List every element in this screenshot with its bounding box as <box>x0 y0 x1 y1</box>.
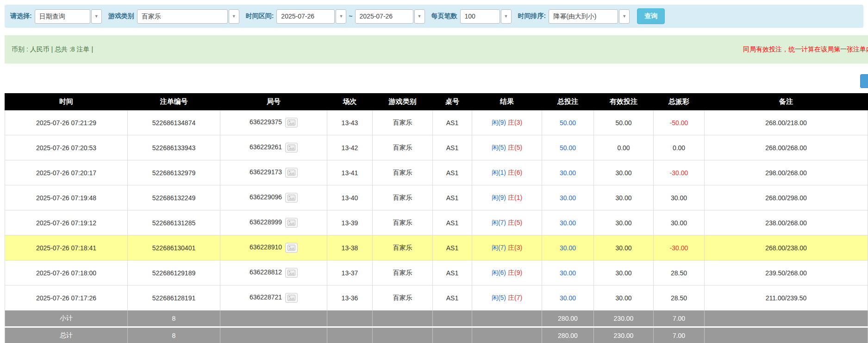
round-replay-icon[interactable] <box>285 268 298 278</box>
session-no: 13-36 <box>327 286 373 311</box>
empty-cell <box>705 327 868 343</box>
bet-table-body: 2025-07-26 07:21:29522686134874636229375… <box>5 110 868 311</box>
result-cell: 闲(1)庄(6) <box>472 160 542 185</box>
payout: 0.00 <box>654 135 705 160</box>
total-bet[interactable]: 30.00 <box>542 185 594 210</box>
bet-id: 522686132249 <box>128 185 220 210</box>
select-label: 请选择: <box>10 12 32 20</box>
bet-time: 2025-07-26 07:18:41 <box>5 235 128 260</box>
valid-bet: 0.00 <box>594 135 654 160</box>
result-cell: 闲(9)庄(3) <box>472 110 542 135</box>
date-from-value[interactable]: 2025-07-26 <box>276 9 335 24</box>
bet-id: 522686132979 <box>128 160 220 185</box>
round-replay-icon[interactable] <box>285 143 298 152</box>
page-size-select[interactable]: 100 ▼ <box>460 9 512 24</box>
chevron-down-icon[interactable]: ▼ <box>91 9 102 24</box>
total-bet[interactable]: 30.00 <box>542 235 594 260</box>
subtotal-valid-bet: 230.00 <box>594 311 654 327</box>
round-replay-icon[interactable] <box>285 118 298 127</box>
empty-cell <box>433 327 472 343</box>
cards-icon <box>287 145 295 151</box>
date-from-picker[interactable]: 2025-07-26 ▼ <box>276 9 346 24</box>
cards-icon <box>287 220 295 226</box>
round-replay-icon[interactable] <box>285 293 298 303</box>
result-cell: 闲(5)庄(7) <box>472 286 542 311</box>
total-bet[interactable]: 30.00 <box>542 260 594 286</box>
chevron-down-icon[interactable]: ▼ <box>336 9 346 24</box>
round-cell: 636229096 <box>220 185 327 210</box>
result-cell: 闲(7)庄(3) <box>472 235 542 260</box>
chevron-down-icon[interactable]: ▼ <box>501 9 512 24</box>
result-banker: 庄(6) <box>508 169 522 176</box>
total-bet[interactable]: 30.00 <box>542 160 594 185</box>
bet-time: 2025-07-26 07:20:17 <box>5 160 128 185</box>
round-id: 636229096 <box>250 193 282 201</box>
cards-icon <box>287 120 295 126</box>
game-type-select[interactable]: 百家乐 ▼ <box>137 9 239 24</box>
search-button[interactable]: 查询 <box>637 8 665 24</box>
total-bet[interactable]: 30.00 <box>542 210 594 235</box>
valid-bet: 30.00 <box>594 185 654 210</box>
empty-cell <box>220 327 327 343</box>
subtotal-row: 小计 8 280.00 230.00 7.00 <box>5 311 868 327</box>
time-range-label: 时间区间: <box>246 12 274 20</box>
col-header-table-no: 桌号 <box>433 94 472 110</box>
valid-bet: 30.00 <box>594 210 654 235</box>
chevron-down-icon[interactable]: ▼ <box>414 9 425 24</box>
total-bet[interactable]: 50.00 <box>542 110 594 135</box>
round-replay-icon[interactable] <box>285 168 298 178</box>
table-row: 2025-07-26 07:18:00522686129189636228812… <box>5 260 868 286</box>
game-type-value[interactable]: 百家乐 <box>137 9 228 24</box>
empty-cell <box>327 327 373 343</box>
round-cell: 636229375 <box>220 110 327 135</box>
note: 239.50/268.00 <box>705 260 868 286</box>
round-replay-icon[interactable] <box>285 218 298 228</box>
col-header-total-bet: 总投注 <box>542 94 594 110</box>
grand-total-payout: 7.00 <box>654 327 705 343</box>
bet-id: 522686128191 <box>128 286 220 311</box>
total-bet[interactable]: 50.00 <box>542 135 594 160</box>
date-to-picker[interactable]: 2025-07-26 ▼ <box>355 9 425 24</box>
cards-icon <box>287 295 295 301</box>
bet-id: 522686134874 <box>128 110 220 135</box>
round-cell: 636229261 <box>220 135 327 160</box>
page-size-value[interactable]: 100 <box>460 9 500 24</box>
result-player: 闲(9) <box>492 119 506 126</box>
table-row: 2025-07-26 07:19:48522686132249636229096… <box>5 185 868 210</box>
session-no: 13-38 <box>327 235 373 260</box>
date-to-value[interactable]: 2025-07-26 <box>355 9 413 24</box>
game-type: 百家乐 <box>373 286 433 311</box>
col-header-game-type: 游戏类别 <box>373 94 433 110</box>
table-footer: 小计 8 280.00 230.00 7.00 总计 8 28 <box>5 311 868 343</box>
col-header-valid-bet: 有效投注 <box>594 94 654 110</box>
empty-cell <box>472 311 542 327</box>
col-header-payout: 总派彩 <box>654 94 705 110</box>
time-sort-select[interactable]: 降幂(由大到小) ▼ <box>549 9 630 24</box>
grand-total-count: 8 <box>128 327 220 343</box>
chevron-down-icon[interactable]: ▼ <box>229 9 239 24</box>
result-banker: 庄(9) <box>508 269 522 276</box>
chevron-down-icon[interactable]: ▼ <box>619 9 630 24</box>
valid-bet: 50.00 <box>594 110 654 135</box>
round-replay-icon[interactable] <box>285 193 298 203</box>
round-id: 636229261 <box>250 143 282 151</box>
valid-bet: 30.00 <box>594 286 654 311</box>
query-type-select[interactable]: 日期查询 ▼ <box>35 9 102 24</box>
total-bet[interactable]: 30.00 <box>542 286 594 311</box>
round-cell: 636228721 <box>220 286 327 311</box>
col-header-time: 时间 <box>5 94 128 110</box>
round-id: 636228910 <box>250 243 282 251</box>
bet-time: 2025-07-26 07:19:12 <box>5 210 128 235</box>
time-sort-value[interactable]: 降幂(由大到小) <box>549 9 618 24</box>
payout: 28.50 <box>654 286 705 311</box>
query-type-value[interactable]: 日期查询 <box>35 9 90 24</box>
round-replay-icon[interactable] <box>285 243 298 253</box>
partial-action-button[interactable] <box>860 74 868 88</box>
round-id: 636229375 <box>250 118 282 126</box>
note: 268.00/218.00 <box>705 110 868 135</box>
note: 298.00/268.00 <box>705 160 868 185</box>
session-no: 13-39 <box>327 210 373 235</box>
table-no: AS1 <box>433 110 472 135</box>
result-cell: 闲(7)庄(5) <box>472 210 542 235</box>
bet-records-table: 时间 注单编号 局号 场次 游戏类别 桌号 结果 总投注 有效投注 总派彩 备注… <box>5 93 868 343</box>
